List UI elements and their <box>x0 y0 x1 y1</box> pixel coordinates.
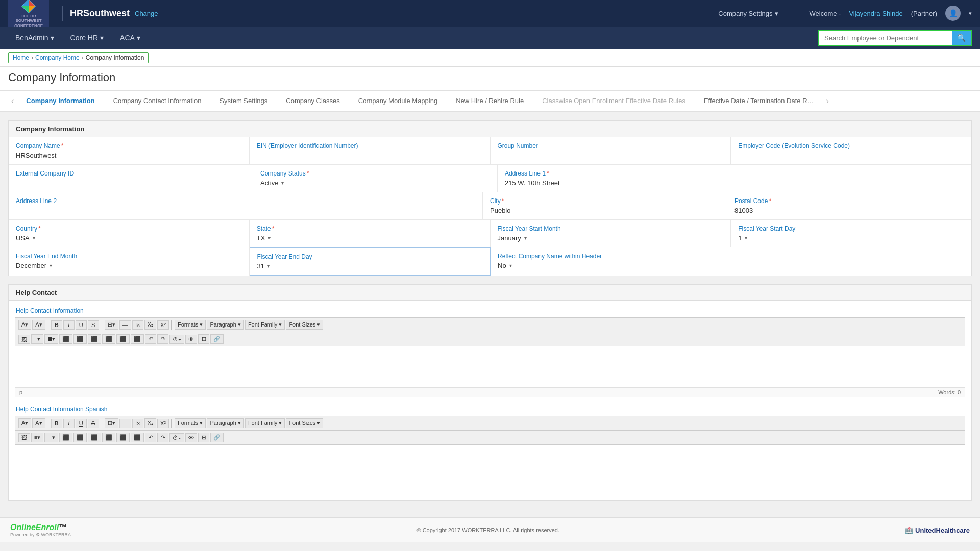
sp-list-btn[interactable]: ≡▾ <box>31 433 43 442</box>
reflect-company-value[interactable]: No <box>498 262 506 269</box>
sp-align-right-btn[interactable]: ⬛ <box>88 433 101 442</box>
nav-benadmin[interactable]: BenAdmin ▾ <box>8 29 61 47</box>
sp-font-family-btn[interactable]: Font Family ▾ <box>245 418 285 428</box>
sp-paragraph-btn[interactable]: Paragraph ▾ <box>207 418 243 428</box>
sp-highlight-btn[interactable]: A▾ <box>32 418 45 428</box>
align-left-btn[interactable]: ⬛ <box>59 334 72 344</box>
search-input[interactable] <box>819 31 952 45</box>
breadcrumb-bar: Home › Company Home › Company Informatio… <box>0 49 980 67</box>
user-name[interactable]: Vijayendra Shinde <box>849 10 902 17</box>
employer-code-label: Employer Code (Evolution Service Code) <box>738 142 964 149</box>
image-btn[interactable]: 🖼 <box>18 335 30 344</box>
sp-hr-btn[interactable]: — <box>119 419 131 428</box>
help-spanish-body[interactable] <box>15 445 965 486</box>
sp-align-left-btn[interactable]: ⬛ <box>59 433 72 442</box>
state-value[interactable]: TX <box>257 234 265 242</box>
help-info-body[interactable] <box>15 346 965 387</box>
undo-btn[interactable]: ↶ <box>145 334 156 344</box>
hr-btn[interactable]: — <box>119 320 131 330</box>
breadcrumb-home[interactable]: Home <box>13 54 29 61</box>
user-menu-arrow-icon[interactable]: ▾ <box>969 10 972 17</box>
list-btn[interactable]: ≡▾ <box>31 334 43 344</box>
outdent-btn[interactable]: ⬛ <box>131 334 144 344</box>
ordered-list-btn[interactable]: ≣▾ <box>44 334 58 344</box>
highlight-btn[interactable]: A▾ <box>32 320 45 330</box>
sp-link-btn[interactable]: 🔗 <box>210 433 224 442</box>
company-settings-button[interactable]: Company Settings ▾ <box>718 10 778 17</box>
sp-bold-btn[interactable]: B <box>51 419 62 428</box>
tab-next-icon[interactable]: › <box>823 92 832 110</box>
sp-subscript-btn[interactable]: X₂ <box>144 418 156 428</box>
sp-image-btn[interactable]: 🖼 <box>18 433 30 442</box>
sp-outdent-btn[interactable]: ⬛ <box>131 433 144 442</box>
cell-external-id: External Company ID <box>9 165 253 192</box>
page-title-bar: Company Information <box>0 67 980 91</box>
nav-corehr[interactable]: Core HR ▾ <box>63 29 111 47</box>
search-button[interactable]: 🔍 <box>952 31 971 45</box>
sp-underline-btn[interactable]: U <box>76 419 87 428</box>
sp-special-char-btn[interactable]: ⏱▾ <box>169 433 184 442</box>
superscript-btn[interactable]: X² <box>157 320 169 330</box>
italic-btn[interactable]: I <box>63 320 75 330</box>
sp-superscript-btn[interactable]: X² <box>157 419 169 428</box>
fiscal-end-month-value[interactable]: December <box>16 262 46 269</box>
indent-btn[interactable]: ⬛ <box>116 334 130 344</box>
tab-classwise-open-enrollment[interactable]: Classwise Open Enrollment Effective Date… <box>533 91 695 112</box>
tab-effective-date[interactable]: Effective Date / Termination Date R… <box>695 91 823 112</box>
fiscal-end-day-value[interactable]: 31 <box>257 262 264 270</box>
fiscal-start-day-value[interactable]: 1 <box>738 234 742 242</box>
redo-btn[interactable]: ↷ <box>157 334 168 344</box>
font-sizes-btn[interactable]: Font Sizes ▾ <box>286 320 323 330</box>
company-status-value[interactable]: Active <box>260 179 278 187</box>
preview-btn[interactable]: 👁 <box>185 335 197 344</box>
change-company-link[interactable]: Change <box>135 10 158 17</box>
link-btn[interactable]: 🔗 <box>210 334 224 344</box>
sp-font-sizes-btn[interactable]: Font Sizes ▾ <box>286 418 323 428</box>
special-char-btn[interactable]: ⏱▾ <box>169 335 184 344</box>
sp-preview-btn[interactable]: 👁 <box>185 433 197 442</box>
logo-icon <box>21 0 36 14</box>
sp-italic2-btn[interactable]: I× <box>132 419 143 428</box>
strikethrough-btn[interactable]: S <box>88 320 99 330</box>
formats-btn[interactable]: Formats ▾ <box>175 320 206 330</box>
tab-new-hire-rule[interactable]: New Hire / Rehire Rule <box>447 91 533 112</box>
sp-font-color-btn[interactable]: A▾ <box>18 418 31 428</box>
underline-btn[interactable]: U <box>76 320 87 330</box>
sp-table-btn[interactable]: ⊞▾ <box>105 418 118 428</box>
sp-strikethrough-btn[interactable]: S <box>88 419 99 428</box>
sp-undo-btn[interactable]: ↶ <box>145 433 156 442</box>
justify-btn[interactable]: ⬛ <box>102 334 115 344</box>
subscript-btn[interactable]: X₂ <box>144 320 156 330</box>
header-divider2 <box>794 6 794 21</box>
breadcrumb-sep2: › <box>82 54 84 61</box>
sp-formats-btn[interactable]: Formats ▾ <box>175 418 206 428</box>
align-center-btn[interactable]: ⬛ <box>74 334 87 344</box>
tab-prev-icon[interactable]: ‹ <box>8 92 17 110</box>
sp-indent-btn[interactable]: ⬛ <box>116 433 130 442</box>
code-btn[interactable]: ⊟ <box>198 334 209 344</box>
tab-company-module-mapping[interactable]: Company Module Mapping <box>349 91 447 112</box>
font-family-btn[interactable]: Font Family ▾ <box>245 320 285 330</box>
bold-btn[interactable]: B <box>51 320 62 330</box>
sp-italic-btn[interactable]: I <box>63 419 75 428</box>
nav-aca[interactable]: ACA ▾ <box>113 29 148 47</box>
tab-company-information[interactable]: Company Information <box>17 91 104 112</box>
sp-align-center-btn[interactable]: ⬛ <box>74 433 87 442</box>
sp-code-btn[interactable]: ⊟ <box>198 433 209 442</box>
country-value[interactable]: USA <box>16 234 30 242</box>
form-row-2: External Company ID Company Status Activ… <box>9 165 971 192</box>
align-right-btn[interactable]: ⬛ <box>88 334 101 344</box>
tab-company-classes[interactable]: Company Classes <box>277 91 349 112</box>
sp-justify-btn[interactable]: ⬛ <box>102 433 115 442</box>
avatar[interactable]: 👤 <box>945 6 961 21</box>
tab-company-contact[interactable]: Company Contact Information <box>104 91 211 112</box>
fiscal-start-month-value[interactable]: January <box>498 234 521 242</box>
sp-redo-btn[interactable]: ↷ <box>157 433 168 442</box>
tab-system-settings[interactable]: System Settings <box>210 91 277 112</box>
table-btn[interactable]: ⊞▾ <box>105 320 118 330</box>
breadcrumb-company-home[interactable]: Company Home <box>35 54 80 61</box>
italic2-btn[interactable]: I× <box>132 320 143 330</box>
sp-ordered-list-btn[interactable]: ≣▾ <box>44 433 58 442</box>
paragraph-btn[interactable]: Paragraph ▾ <box>207 320 243 330</box>
font-color-btn[interactable]: A▾ <box>18 320 31 330</box>
